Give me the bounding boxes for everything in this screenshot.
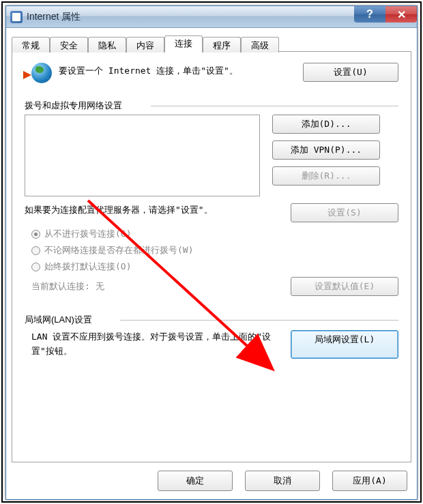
dialup-group-header: 拨号和虚拟专用网络设置 xyxy=(25,100,398,112)
radio-notpresent-label: 不论网络连接是否存在都进行拨号(W) xyxy=(44,244,193,256)
tab-general[interactable]: 常规 xyxy=(12,37,50,53)
close-button[interactable]: ✕ xyxy=(385,6,417,23)
app-icon xyxy=(10,11,23,23)
tab-content-panel: 常规 安全 隐私 内容 连接 程序 高级 要设置一个 Internet 连接，单… xyxy=(12,51,411,462)
tab-connections[interactable]: 连接 xyxy=(164,35,203,53)
tab-strip: 常规 安全 隐私 内容 连接 程序 高级 xyxy=(12,35,279,53)
remove-button[interactable]: 删除(R)... xyxy=(272,166,380,186)
add-vpn-button[interactable]: 添加 VPN(P)... xyxy=(272,140,380,160)
dialup-connections-listbox[interactable] xyxy=(25,115,260,196)
lan-settings-button[interactable]: 局域网设置(L) xyxy=(291,330,398,359)
help-button[interactable]: ? xyxy=(354,6,385,23)
radio-always-label: 始终拨打默认连接(O) xyxy=(44,261,131,273)
radio-icon xyxy=(31,230,40,239)
radio-icon xyxy=(31,263,40,271)
apply-button[interactable]: 应用(A) xyxy=(332,471,407,491)
setup-button[interactable]: 设置(U) xyxy=(303,63,398,82)
titlebar: Internet 属性 ? ✕ xyxy=(6,6,417,28)
lan-instruction-text: LAN 设置不应用到拨号连接。对于拨号设置，单击上面的"设置"按钮。 xyxy=(31,330,278,359)
add-dialup-button[interactable]: 添加(D)... xyxy=(272,115,380,134)
radio-never-label: 从不进行拨号连接(C) xyxy=(44,228,131,240)
radio-dial-not-present[interactable]: 不论网络连接是否存在都进行拨号(W) xyxy=(31,244,398,256)
tab-privacy[interactable]: 隐私 xyxy=(88,37,126,53)
globe-connection-icon xyxy=(25,63,52,87)
proxy-instruction-text: 如果要为连接配置代理服务器，请选择"设置"。 xyxy=(25,203,278,222)
tab-security[interactable]: 安全 xyxy=(50,37,88,53)
radio-icon xyxy=(31,246,40,255)
radio-never-dial[interactable]: 从不进行拨号连接(C) xyxy=(31,228,398,240)
dialup-header-label: 拨号和虚拟专用网络设置 xyxy=(25,100,122,110)
lan-group-header: 局域网(LAN)设置 xyxy=(25,314,398,326)
tab-programs[interactable]: 程序 xyxy=(203,37,241,53)
current-default-label: 当前默认连接: 无 xyxy=(31,280,278,293)
window-title: Internet 属性 xyxy=(27,11,81,23)
tab-advanced[interactable]: 高级 xyxy=(241,37,279,53)
dialup-settings-button[interactable]: 设置(S) xyxy=(291,203,398,222)
dialog-window: Internet 属性 ? ✕ 常规 安全 隐私 内容 连接 程序 高级 xyxy=(5,5,418,500)
dialog-footer: 确定 取消 应用(A) xyxy=(12,462,411,494)
ok-button[interactable]: 确定 xyxy=(158,471,233,491)
lan-header-label: 局域网(LAN)设置 xyxy=(25,314,92,325)
tab-content[interactable]: 内容 xyxy=(126,37,164,53)
set-default-button[interactable]: 设置默认值(E) xyxy=(291,277,398,296)
setup-instruction-text: 要设置一个 Internet 连接，单击"设置"。 xyxy=(59,63,296,78)
radio-always-dial[interactable]: 始终拨打默认连接(O) xyxy=(31,261,398,273)
cancel-button[interactable]: 取消 xyxy=(245,471,320,491)
